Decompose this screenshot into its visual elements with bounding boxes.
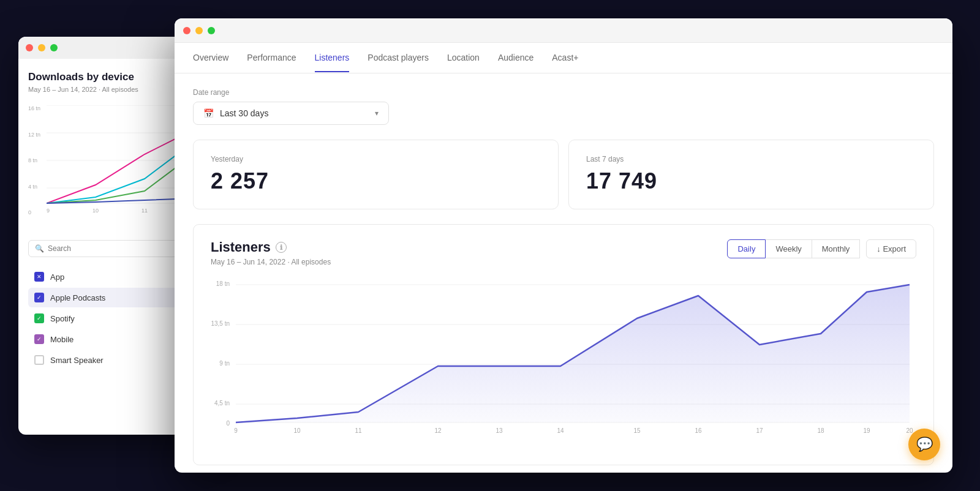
- svg-text:16: 16: [695, 427, 702, 434]
- minimize-dot[interactable]: [38, 44, 45, 51]
- tab-listeners[interactable]: Listeners: [315, 44, 350, 72]
- filter-item-smart-speaker[interactable]: Smart Speaker: [28, 350, 198, 370]
- svg-text:11: 11: [355, 427, 362, 434]
- tab-audience[interactable]: Audience: [498, 44, 533, 72]
- chart-subtitle: May 16 – Jun 14, 2022 · All episodes: [211, 258, 331, 266]
- export-button[interactable]: ↓ Export: [866, 239, 916, 258]
- y-label: 0: [28, 209, 40, 216]
- filter-item-spotify[interactable]: ✓ Spotify: [28, 309, 198, 328]
- chart-title-text: Listeners: [211, 239, 271, 255]
- svg-text:13: 13: [496, 427, 503, 434]
- svg-text:0: 0: [226, 420, 230, 427]
- svg-text:12: 12: [434, 427, 442, 434]
- date-range-select[interactable]: 📅 Last 30 days ▾: [193, 102, 389, 125]
- filter-item-mobile[interactable]: ✓ Mobile: [28, 329, 198, 349]
- ctrl-btn-weekly[interactable]: Weekly: [766, 239, 812, 258]
- svg-marker-19: [236, 285, 910, 422]
- stat-period-yesterday: Yesterday: [211, 155, 541, 163]
- desktop: Downloads by device May 16 – Jun 14, 202…: [0, 0, 980, 491]
- main-maximize-dot[interactable]: [208, 27, 215, 34]
- stat-value-last7days: 17 749: [586, 168, 916, 194]
- calendar-icon: 📅: [203, 108, 214, 118]
- svg-text:11: 11: [141, 208, 148, 214]
- filter-label-app: App: [50, 272, 64, 282]
- tab-location[interactable]: Location: [447, 44, 480, 72]
- filter-item-apple-podcasts[interactable]: ✓ Apple Podcasts: [28, 288, 198, 307]
- stats-row: Yesterday 2 257 Last 7 days 17 749: [193, 140, 934, 209]
- filter-list: ✕ App ✓ Apple Podcasts ✓ Spotify: [28, 267, 198, 370]
- back-window-subtitle: May 16 – Jun 14, 2022 · All episodes: [28, 86, 198, 93]
- chart-title: Listeners ℹ: [211, 239, 331, 255]
- svg-text:4,5 tn: 4,5 tn: [214, 400, 230, 407]
- stat-card-yesterday: Yesterday 2 257: [193, 140, 559, 209]
- stat-value-yesterday: 2 257: [211, 168, 541, 194]
- main-window: Overview Performance Listeners Podcast p…: [175, 18, 952, 473]
- filter-label-spotify: Spotify: [50, 314, 75, 323]
- tab-performance[interactable]: Performance: [247, 44, 296, 72]
- filter-checkbox-apple-podcasts[interactable]: ✓: [34, 293, 44, 302]
- chart-section: Listeners ℹ May 16 – Jun 14, 2022 · All …: [193, 224, 934, 465]
- date-range-label: Date range: [193, 88, 934, 97]
- search-icon: 🔍: [35, 244, 44, 253]
- filter-item-app[interactable]: ✕ App: [28, 267, 198, 287]
- date-range-section: Date range 📅 Last 30 days ▾: [193, 88, 934, 125]
- svg-text:18: 18: [817, 427, 824, 434]
- chart-controls: Daily Weekly Monthly ↓ Export: [727, 239, 916, 258]
- back-chart-svg: 9 10 11 12: [47, 105, 194, 216]
- chevron-down-icon: ▾: [375, 109, 379, 118]
- tab-overview[interactable]: Overview: [193, 44, 228, 72]
- y-label: 12 tn: [28, 132, 40, 138]
- maximize-dot[interactable]: [50, 44, 58, 51]
- svg-text:17: 17: [756, 427, 763, 434]
- nav-tabs: Overview Performance Listeners Podcast p…: [175, 43, 952, 73]
- y-label: 4 tn: [28, 184, 40, 190]
- svg-text:14: 14: [557, 427, 564, 434]
- back-chart: 16 tn 12 tn 8 tn 4 tn 0: [28, 105, 198, 228]
- stat-card-last7days: Last 7 days 17 749: [568, 140, 934, 209]
- filter-label-mobile: Mobile: [50, 335, 74, 344]
- svg-text:15: 15: [633, 427, 641, 434]
- filter-checkbox-smart-speaker[interactable]: [34, 355, 44, 365]
- chart-area: 18 tn 13,5 tn 9 tn 4,5 tn 0: [211, 279, 916, 450]
- ctrl-btn-monthly[interactable]: Monthly: [812, 239, 861, 258]
- svg-text:10: 10: [293, 427, 301, 434]
- listeners-chart-svg: 18 tn 13,5 tn 9 tn 4,5 tn 0: [211, 279, 916, 438]
- svg-text:13,5 tn: 13,5 tn: [211, 320, 230, 327]
- filter-checkbox-spotify[interactable]: ✓: [34, 313, 44, 323]
- svg-text:19: 19: [863, 427, 870, 434]
- back-window-title: Downloads by device: [28, 71, 198, 83]
- filter-label-smart-speaker: Smart Speaker: [50, 356, 104, 365]
- filter-search-box[interactable]: 🔍: [28, 240, 198, 257]
- main-content: Date range 📅 Last 30 days ▾ Yesterday 2 …: [175, 73, 952, 473]
- svg-text:10: 10: [92, 208, 99, 214]
- main-close-dot[interactable]: [183, 27, 190, 34]
- svg-text:18 tn: 18 tn: [216, 280, 230, 287]
- tab-podcast-players[interactable]: Podcast players: [368, 44, 429, 72]
- y-label: 16 tn: [28, 105, 40, 111]
- chat-icon: 💬: [916, 437, 933, 452]
- tab-acast-plus[interactable]: Acast+: [552, 44, 578, 72]
- chart-header: Listeners ℹ May 16 – Jun 14, 2022 · All …: [211, 239, 916, 266]
- close-dot[interactable]: [26, 44, 33, 51]
- filter-checkbox-app[interactable]: ✕: [34, 272, 44, 282]
- y-label: 8 tn: [28, 157, 40, 163]
- ctrl-btn-daily[interactable]: Daily: [727, 239, 766, 258]
- filter-checkbox-mobile[interactable]: ✓: [34, 334, 44, 344]
- stat-period-last7days: Last 7 days: [586, 155, 916, 163]
- main-minimize-dot[interactable]: [195, 27, 203, 34]
- info-icon[interactable]: ℹ: [276, 242, 287, 253]
- chart-title-group: Listeners ℹ May 16 – Jun 14, 2022 · All …: [211, 239, 331, 266]
- main-window-titlebar: [175, 18, 952, 43]
- filter-label-apple-podcasts: Apple Podcasts: [50, 293, 105, 302]
- chat-bubble-button[interactable]: 💬: [908, 429, 940, 460]
- svg-text:9: 9: [234, 427, 238, 434]
- svg-text:9: 9: [47, 208, 50, 214]
- svg-text:9 tn: 9 tn: [219, 360, 230, 367]
- date-range-value: Last 30 days: [220, 108, 369, 118]
- filter-search-input[interactable]: [48, 244, 192, 253]
